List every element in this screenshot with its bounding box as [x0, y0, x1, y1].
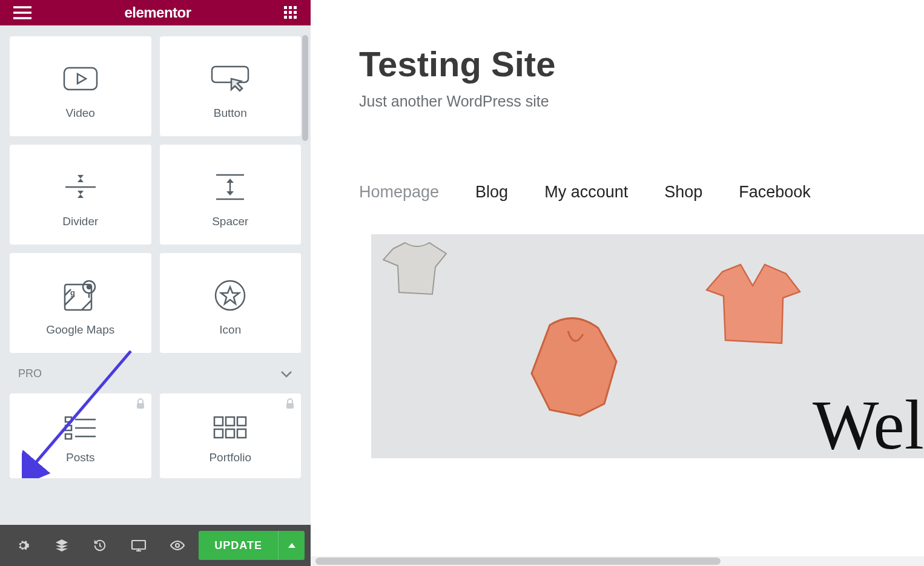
nav-shop[interactable]: Shop — [664, 183, 702, 202]
settings-icon[interactable] — [6, 533, 40, 558]
svg-rect-3 — [284, 11, 287, 14]
svg-rect-6 — [284, 16, 287, 19]
svg-rect-1 — [289, 6, 292, 9]
nav-facebook[interactable]: Facebook — [739, 183, 811, 202]
brand-logo: elementor — [124, 4, 191, 21]
preview-canvas: Testing Site Just another WordPress site… — [311, 0, 924, 566]
svg-rect-2 — [294, 6, 297, 9]
svg-rect-9 — [64, 68, 97, 90]
svg-rect-19 — [65, 434, 71, 439]
nav-account[interactable]: My account — [544, 183, 628, 202]
pro-label: PRO — [18, 367, 42, 380]
svg-rect-23 — [237, 417, 246, 426]
widget-label: Divider — [62, 215, 98, 228]
svg-rect-0 — [284, 6, 287, 9]
svg-point-28 — [176, 544, 179, 547]
svg-rect-20 — [286, 403, 294, 409]
widget-label: Icon — [219, 323, 241, 337]
divider-icon — [63, 161, 98, 212]
svg-rect-17 — [65, 417, 71, 422]
widget-button[interactable]: Button — [160, 36, 302, 136]
preview-horizontal-scrollbar[interactable] — [311, 556, 924, 566]
svg-rect-22 — [226, 417, 234, 426]
widget-label: Portfolio — [209, 451, 251, 464]
update-button[interactable]: UPDATE — [199, 531, 278, 560]
widget-label: Button — [214, 107, 247, 120]
menu-icon[interactable] — [13, 6, 31, 19]
hero-section: Wel — [371, 234, 924, 458]
widget-posts[interactable]: Posts — [10, 393, 151, 478]
video-icon — [63, 53, 98, 104]
nav-blog[interactable]: Blog — [475, 183, 508, 202]
svg-rect-25 — [226, 429, 234, 438]
history-icon[interactable] — [83, 533, 117, 558]
navigator-icon[interactable] — [45, 533, 79, 558]
widget-label: Posts — [66, 451, 95, 464]
svg-text:g: g — [70, 288, 75, 297]
widget-label: Google Maps — [46, 323, 114, 337]
lock-icon — [136, 398, 145, 409]
svg-rect-21 — [214, 417, 223, 426]
hero-heading: Wel — [813, 385, 924, 458]
svg-rect-27 — [132, 541, 145, 549]
svg-rect-16 — [137, 403, 144, 409]
widget-icon[interactable]: Icon — [160, 253, 302, 353]
posts-icon — [64, 407, 97, 449]
product-image — [375, 237, 460, 303]
update-options-button[interactable] — [278, 531, 305, 560]
svg-rect-18 — [65, 426, 71, 430]
svg-rect-26 — [237, 429, 246, 438]
site-title: Testing Site — [359, 44, 924, 84]
map-icon: g — [62, 269, 99, 321]
widget-spacer[interactable]: Spacer — [160, 145, 302, 245]
responsive-icon[interactable] — [122, 533, 156, 558]
svg-rect-5 — [294, 11, 297, 14]
product-image — [698, 258, 807, 355]
chevron-down-icon — [280, 370, 292, 378]
pro-section-toggle[interactable]: PRO — [10, 353, 301, 393]
widget-divider[interactable]: Divider — [10, 145, 151, 245]
widgets-panel: Video Button Divider — [0, 25, 311, 525]
elementor-sidebar: elementor Video Button — [0, 0, 311, 566]
lock-icon — [285, 398, 295, 409]
svg-rect-8 — [294, 16, 297, 19]
spacer-icon — [213, 161, 248, 212]
widget-label: Video — [66, 107, 95, 120]
svg-rect-4 — [289, 11, 292, 14]
nav-homepage[interactable]: Homepage — [359, 183, 439, 202]
sidebar-header: elementor — [0, 0, 311, 25]
svg-point-13 — [87, 285, 91, 289]
site-tagline: Just another WordPress site — [359, 93, 924, 110]
widget-video[interactable]: Video — [10, 36, 151, 136]
site-nav: Homepage Blog My account Shop Facebook — [311, 110, 924, 233]
product-image — [513, 307, 635, 428]
svg-rect-10 — [212, 67, 248, 82]
portfolio-icon — [213, 407, 247, 449]
sidebar-footer: UPDATE — [0, 525, 311, 566]
apps-grid-icon[interactable] — [284, 6, 297, 19]
button-icon — [211, 53, 249, 104]
preview-icon[interactable] — [160, 533, 194, 558]
widget-portfolio[interactable]: Portfolio — [160, 393, 302, 478]
widget-google-maps[interactable]: g Google Maps — [10, 253, 151, 353]
svg-rect-7 — [289, 16, 292, 19]
star-icon — [214, 269, 246, 321]
widget-label: Spacer — [212, 215, 248, 228]
svg-rect-24 — [214, 429, 223, 438]
widgets-scrollbar[interactable] — [302, 35, 308, 141]
